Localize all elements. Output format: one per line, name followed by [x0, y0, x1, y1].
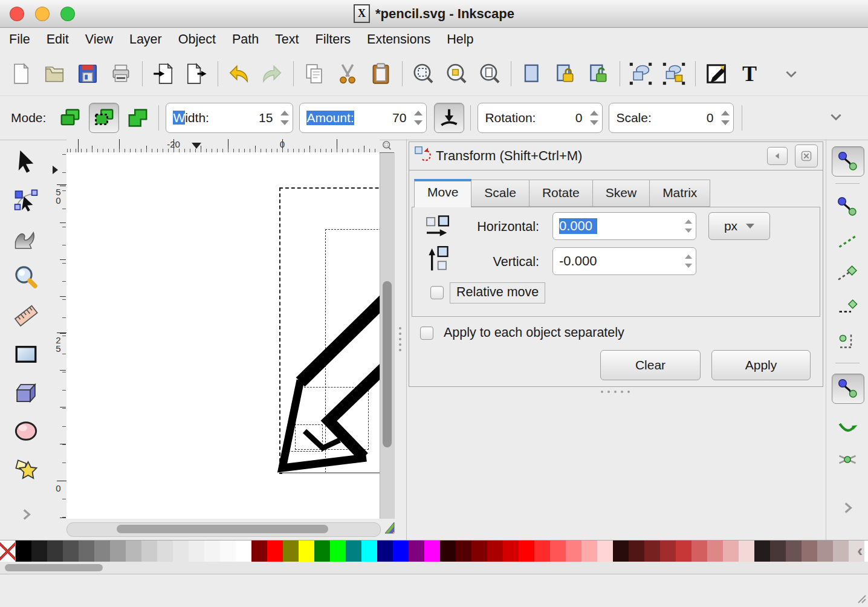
width-value[interactable]: 15	[209, 111, 277, 125]
palette-swatch[interactable]	[47, 540, 63, 562]
star-tool[interactable]	[11, 456, 40, 484]
tab-scale[interactable]: Scale	[471, 180, 530, 207]
palette-swatch[interactable]	[581, 540, 597, 562]
horizontal-value[interactable]: 0.000	[559, 218, 597, 234]
rectangle-tool[interactable]	[11, 340, 40, 369]
palette-swatch[interactable]	[519, 540, 534, 562]
menu-object[interactable]: Object	[178, 32, 216, 47]
panel-splitter-handle[interactable]	[399, 327, 401, 351]
menu-file[interactable]: File	[9, 32, 30, 47]
palette-swatch[interactable]	[299, 540, 314, 562]
paste-icon[interactable]	[367, 60, 395, 88]
palette-swatch[interactable]	[613, 540, 629, 562]
close-window-button[interactable]	[10, 7, 24, 21]
apply-each-checkbox[interactable]	[420, 326, 433, 340]
palette-swatch[interactable]	[440, 540, 456, 562]
undo-icon[interactable]	[225, 60, 253, 88]
minimize-window-button[interactable]	[35, 7, 50, 21]
palette-swatch[interactable]	[236, 540, 251, 562]
pencil-drawing[interactable]	[66, 152, 380, 519]
palette-swatch[interactable]	[770, 540, 786, 562]
palette-scrollbar-thumb[interactable]	[5, 564, 103, 571]
palette-swatch[interactable]	[63, 540, 79, 562]
unlink-clone-icon[interactable]	[585, 60, 612, 88]
palette-swatch[interactable]	[393, 540, 409, 562]
palette-swatch[interactable]	[786, 540, 802, 562]
palette-swatch[interactable]	[346, 540, 361, 562]
tab-skew[interactable]: Skew	[593, 180, 650, 207]
scale-value[interactable]: 0	[652, 111, 719, 125]
palette-swatch[interactable]	[267, 540, 283, 562]
palette-swatch[interactable]	[739, 540, 754, 562]
relative-move-checkbox[interactable]	[430, 286, 444, 299]
palette-swatch[interactable]	[220, 540, 236, 562]
palette-swatch[interactable]	[754, 540, 770, 562]
tab-rotate[interactable]: Rotate	[530, 180, 593, 207]
copy-icon[interactable]	[300, 60, 328, 88]
palette-swatch[interactable]	[314, 540, 330, 562]
ellipse-tool[interactable]	[11, 417, 40, 446]
menu-filters[interactable]: Filters	[316, 32, 351, 47]
palette-swatch[interactable]	[79, 540, 94, 562]
amount-spin-arrows[interactable]	[411, 111, 423, 125]
open-document-icon[interactable]	[40, 60, 68, 88]
palette-swatch[interactable]	[644, 540, 660, 562]
palette-swatch[interactable]	[424, 540, 440, 562]
horizontal-entry[interactable]: 0.000	[552, 212, 696, 240]
palette-swatch-none[interactable]	[0, 540, 16, 562]
node-editor-tool[interactable]	[11, 186, 40, 215]
text-and-font-dialog-icon[interactable]: T	[736, 60, 763, 88]
zoom-tool[interactable]	[11, 263, 40, 291]
snap-bbox-edge-midpoints-toggle[interactable]	[832, 293, 863, 322]
menu-edit[interactable]: Edit	[47, 32, 69, 47]
palette-swatch[interactable]	[141, 540, 157, 562]
palette-swatch[interactable]	[534, 540, 550, 562]
horizontal-scrollbar-thumb[interactable]	[117, 525, 328, 533]
cut-icon[interactable]	[334, 60, 361, 88]
palette-swatch[interactable]	[16, 540, 31, 562]
snap-bounding-box-toggle[interactable]	[832, 192, 863, 221]
rotation-value[interactable]: 0	[536, 111, 587, 125]
menu-text[interactable]: Text	[275, 32, 299, 47]
palette-swatch[interactable]	[204, 540, 220, 562]
palette-swatch[interactable]	[189, 540, 204, 562]
palette-swatch[interactable]	[629, 540, 644, 562]
menu-view[interactable]: View	[85, 32, 113, 47]
scale-spin-arrows[interactable]	[718, 111, 730, 125]
vertical-spin-arrows[interactable]	[682, 255, 692, 268]
vertical-scrollbar[interactable]	[380, 152, 395, 519]
fill-stroke-dialog-icon[interactable]	[702, 60, 730, 88]
palette-swatch[interactable]	[597, 540, 613, 562]
menu-extensions[interactable]: Extensions	[367, 32, 430, 47]
panel-resize-grip[interactable]	[601, 391, 630, 393]
palette-swatch[interactable]	[330, 540, 346, 562]
palette-swatch[interactable]	[707, 540, 723, 562]
tweak-tool[interactable]	[11, 224, 40, 253]
menu-layer[interactable]: Layer	[129, 32, 162, 47]
palette-swatch[interactable]	[660, 540, 676, 562]
horizontal-ruler[interactable]: -40 -20 0	[66, 139, 380, 153]
palette-scrollbar[interactable]	[0, 562, 868, 574]
palette-swatch[interactable]	[456, 540, 471, 562]
panel-close-button[interactable]	[795, 144, 818, 167]
zoom-drawing-icon[interactable]	[442, 60, 470, 88]
zoom-selection-icon[interactable]	[409, 60, 437, 88]
palette-swatch[interactable]	[31, 540, 47, 562]
options-overflow-chevron-icon[interactable]	[828, 109, 844, 128]
ungroup-objects-icon[interactable]	[660, 60, 688, 88]
window-resize-grip[interactable]	[855, 592, 867, 606]
snap-bbox-centers-toggle[interactable]	[832, 326, 863, 355]
unit-dropdown[interactable]: px	[708, 212, 770, 240]
snap-bbox-corners-toggle[interactable]	[832, 259, 863, 288]
palette-swatch[interactable]	[550, 540, 566, 562]
group-objects-icon[interactable]	[627, 60, 655, 88]
save-document-icon[interactable]	[74, 60, 102, 88]
snap-paths-toggle[interactable]	[832, 415, 863, 444]
export-icon[interactable]	[183, 60, 210, 88]
width-spin-arrows[interactable]	[277, 111, 289, 125]
palette-swatch[interactable]	[723, 540, 739, 562]
palette-swatch[interactable]	[676, 540, 691, 562]
snap-bbox-edges-toggle[interactable]	[832, 226, 863, 255]
vertical-ruler[interactable]: 50 25 0	[52, 152, 67, 519]
palette-swatch[interactable]	[471, 540, 487, 562]
